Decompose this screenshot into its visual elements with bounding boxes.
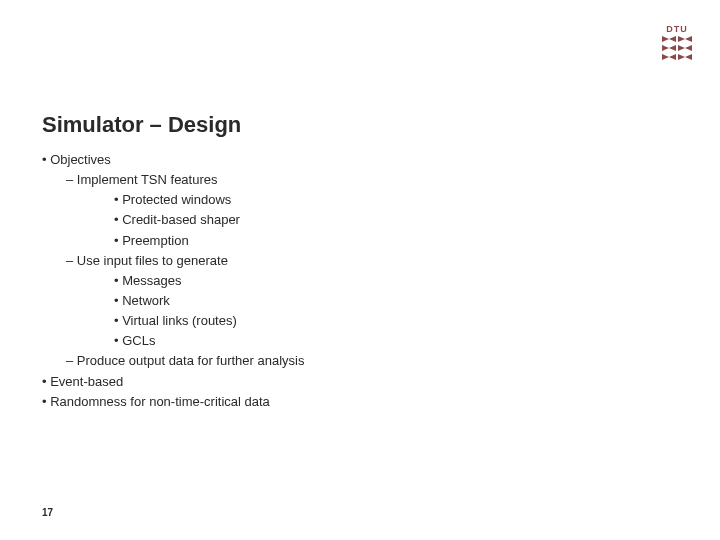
- list-item: – Use input files to generate: [42, 251, 304, 271]
- list-item: • Credit-based shaper: [42, 210, 304, 230]
- logo-mark-icon: [662, 36, 692, 61]
- list-item: • Messages: [42, 271, 304, 291]
- list-item: • Protected windows: [42, 190, 304, 210]
- list-item: • Network: [42, 291, 304, 311]
- logo-text: DTU: [666, 24, 688, 34]
- list-item: • Preemption: [42, 231, 304, 251]
- list-item: – Produce output data for further analys…: [42, 351, 304, 371]
- dtu-logo: DTU: [662, 24, 692, 61]
- page-number: 17: [42, 507, 53, 518]
- slide-content: • Objectives – Implement TSN features • …: [42, 150, 304, 412]
- list-item: • Objectives: [42, 150, 304, 170]
- list-item: – Implement TSN features: [42, 170, 304, 190]
- list-item: • Event-based: [42, 372, 304, 392]
- list-item: • GCLs: [42, 331, 304, 351]
- list-item: • Randomness for non-time-critical data: [42, 392, 304, 412]
- slide-title: Simulator – Design: [42, 112, 241, 138]
- list-item: • Virtual links (routes): [42, 311, 304, 331]
